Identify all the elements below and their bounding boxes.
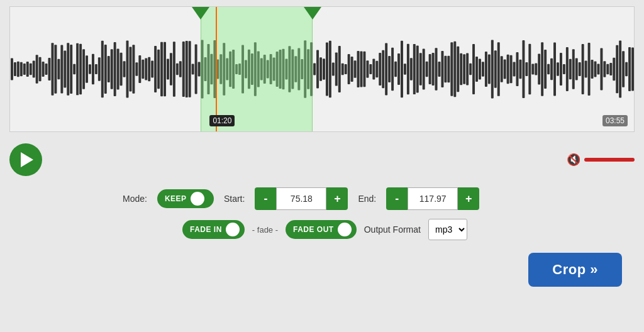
svg-rect-163 <box>519 60 521 79</box>
fade-separator: - fade - <box>252 225 278 235</box>
params-row: Mode: KEEP Start: - + End: - + <box>9 187 635 210</box>
svg-rect-117 <box>375 61 378 78</box>
svg-rect-102 <box>329 41 331 98</box>
svg-rect-199 <box>631 48 634 91</box>
crop-btn-container: Crop » <box>9 253 635 287</box>
end-minus-button[interactable]: - <box>386 187 408 210</box>
svg-rect-51 <box>170 53 172 85</box>
svg-rect-97 <box>313 63 316 75</box>
svg-rect-101 <box>326 43 328 96</box>
svg-rect-25 <box>89 64 91 74</box>
output-format-label: Output Format <box>364 224 421 235</box>
svg-rect-135 <box>432 53 435 86</box>
svg-rect-1 <box>14 62 16 76</box>
svg-rect-52 <box>173 42 175 97</box>
end-plus-button[interactable]: + <box>458 187 479 210</box>
mode-toggle-knob <box>191 192 204 206</box>
svg-rect-22 <box>79 44 82 94</box>
svg-rect-21 <box>76 43 79 96</box>
svg-rect-125 <box>401 41 403 98</box>
svg-rect-26 <box>92 54 94 84</box>
play-button[interactable] <box>9 143 42 176</box>
svg-rect-37 <box>126 41 129 98</box>
volume-icon: 🔇 <box>567 153 580 167</box>
svg-rect-183 <box>582 44 584 94</box>
start-plus-button[interactable]: + <box>326 187 348 210</box>
svg-rect-28 <box>98 57 101 80</box>
svg-rect-146 <box>466 53 469 85</box>
svg-rect-179 <box>569 59 572 80</box>
volume-slider[interactable] <box>584 158 635 162</box>
svg-rect-104 <box>335 52 338 86</box>
left-handle-arrow[interactable] <box>192 7 209 19</box>
svg-rect-23 <box>82 49 85 89</box>
svg-rect-115 <box>369 64 372 74</box>
svg-rect-143 <box>457 47 459 92</box>
fade-in-toggle[interactable]: FADE IN <box>182 220 245 239</box>
waveform-svg: // Will be rendered below statically <box>10 7 634 131</box>
svg-rect-113 <box>363 52 365 87</box>
svg-rect-15 <box>57 59 60 80</box>
svg-rect-58 <box>192 64 194 75</box>
start-input[interactable] <box>276 187 326 210</box>
svg-rect-103 <box>332 63 335 76</box>
svg-rect-57 <box>189 41 191 97</box>
volume-area: 🔇 <box>567 153 635 167</box>
svg-rect-196 <box>622 51 625 87</box>
crop-button[interactable]: Crop » <box>528 253 622 287</box>
playhead <box>216 7 217 131</box>
fade-out-label: FADE OUT <box>293 225 334 234</box>
svg-rect-162 <box>516 52 519 86</box>
svg-rect-158 <box>504 59 506 79</box>
handle-left[interactable] <box>192 7 209 19</box>
svg-rect-145 <box>463 54 465 84</box>
svg-rect-18 <box>67 43 69 96</box>
svg-rect-14 <box>54 45 57 93</box>
output-format-select[interactable]: mp3 wav ogg aac <box>428 219 467 240</box>
svg-rect-165 <box>525 62 528 76</box>
svg-rect-11 <box>45 64 48 75</box>
play-icon <box>21 152 33 167</box>
fade-out-toggle[interactable]: FADE OUT <box>286 220 357 239</box>
svg-rect-3 <box>20 62 23 77</box>
handle-right[interactable] <box>304 7 321 19</box>
svg-rect-150 <box>479 58 481 79</box>
fade-in-knob <box>226 223 240 236</box>
svg-rect-141 <box>450 42 453 96</box>
controls-row: 🔇 <box>9 143 635 176</box>
svg-rect-118 <box>379 53 381 86</box>
svg-rect-171 <box>544 50 547 89</box>
svg-rect-54 <box>179 61 182 77</box>
svg-rect-42 <box>142 60 144 79</box>
svg-rect-173 <box>550 58 553 80</box>
svg-rect-137 <box>438 62 441 77</box>
svg-rect-20 <box>73 64 75 74</box>
svg-rect-140 <box>447 56 450 83</box>
svg-rect-4 <box>23 64 26 75</box>
svg-rect-114 <box>366 60 369 77</box>
mode-toggle[interactable]: KEEP <box>157 189 214 208</box>
svg-rect-197 <box>625 62 628 76</box>
svg-rect-127 <box>407 44 409 95</box>
svg-rect-120 <box>385 43 387 95</box>
svg-rect-126 <box>404 64 406 74</box>
svg-rect-156 <box>497 42 500 96</box>
start-minus-button[interactable]: - <box>255 187 276 210</box>
svg-rect-7 <box>33 61 35 78</box>
svg-rect-164 <box>522 40 525 98</box>
svg-rect-119 <box>382 50 384 88</box>
svg-rect-161 <box>513 62 516 76</box>
svg-rect-138 <box>441 51 443 87</box>
svg-rect-122 <box>391 48 394 91</box>
svg-rect-198 <box>628 47 631 91</box>
svg-rect-98 <box>316 50 319 89</box>
end-input[interactable] <box>408 187 458 210</box>
right-handle-arrow[interactable] <box>304 7 321 19</box>
svg-rect-0 <box>11 58 13 80</box>
svg-rect-181 <box>575 58 578 80</box>
svg-rect-172 <box>547 64 550 74</box>
svg-rect-16 <box>60 45 63 94</box>
svg-rect-6 <box>30 64 32 75</box>
svg-rect-112 <box>360 51 363 87</box>
svg-rect-155 <box>494 50 497 88</box>
